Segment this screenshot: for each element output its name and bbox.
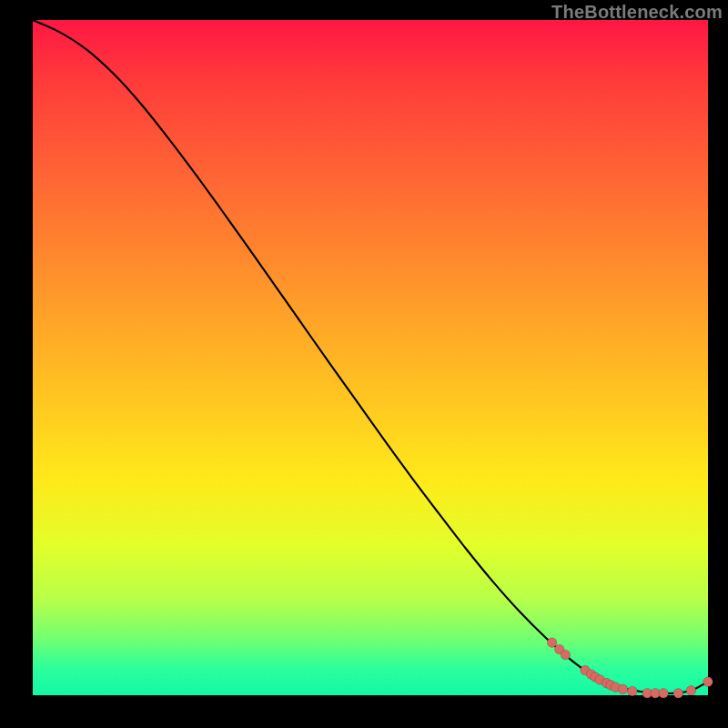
data-marker (703, 677, 713, 687)
data-marker (628, 686, 638, 696)
data-marker (618, 684, 628, 694)
plot-area (33, 20, 708, 695)
bottleneck-curve (33, 20, 708, 693)
chart-stage: TheBottleneck.com (0, 0, 728, 728)
watermark-text: TheBottleneck.com (551, 2, 723, 23)
data-marker (561, 650, 571, 660)
data-marker (673, 688, 683, 698)
data-marker (547, 638, 557, 648)
marker-group (547, 638, 713, 698)
chart-svg (33, 20, 708, 695)
data-marker (659, 688, 669, 698)
data-marker (686, 686, 696, 696)
